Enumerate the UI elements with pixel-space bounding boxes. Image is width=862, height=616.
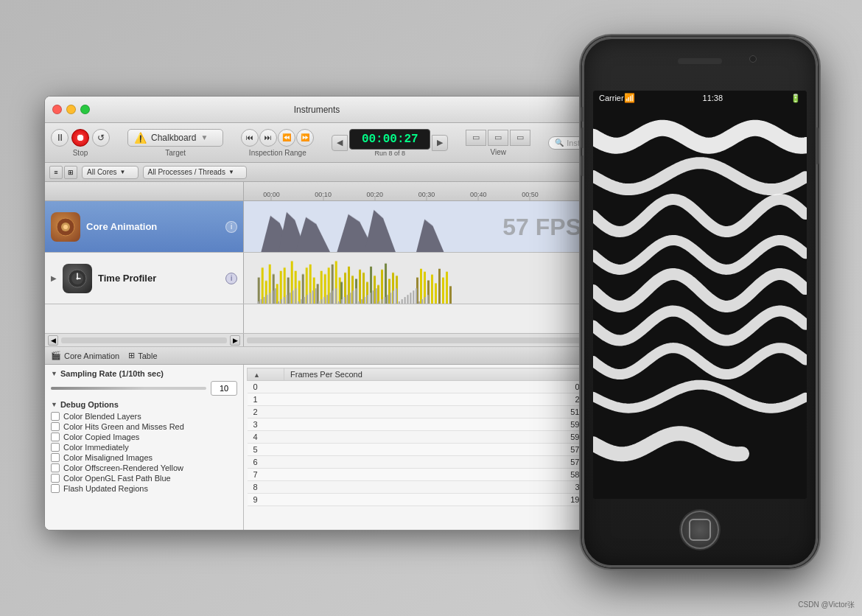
timeline-scale: 00:00 00:10 00:20 00:30 00:40 00:50 [244, 182, 589, 200]
col-index-header[interactable]: ▲ [248, 368, 284, 381]
nav-next-button[interactable]: ⏩ [296, 129, 314, 147]
bottom-tab-table[interactable]: ⊞ Table [128, 351, 157, 360]
debug-label-7: Flash Updated Regions [63, 484, 148, 493]
row-index: 3 [248, 419, 284, 431]
debug-label-5: Color Offscreen-Rendered Yellow [63, 463, 183, 472]
traffic-lights [52, 105, 90, 114]
bottom-right-panel: ▲ Frames Per Second 00122513594595576577… [244, 365, 589, 530]
drawing-canvas [593, 105, 807, 499]
debug-label-0: Color Blended Layers [63, 412, 141, 421]
minimize-button[interactable] [66, 105, 76, 114]
core-animation-info-btn[interactable]: i [225, 221, 237, 233]
threads-select[interactable]: All Processes / Threads ▼ [143, 166, 247, 179]
record-button[interactable]: ⏺ [71, 129, 89, 147]
rate-input[interactable] [211, 381, 237, 396]
table-row: 657 [248, 456, 586, 469]
time-profiler-track [244, 253, 589, 304]
cores-select[interactable]: All Cores ▼ [82, 166, 139, 179]
nav-back-button[interactable]: ⏮ [241, 129, 259, 147]
table-row: 758 [248, 469, 586, 481]
iphone-vol-up[interactable] [581, 127, 584, 148]
debug-label-4: Color Misaligned Images [63, 453, 153, 462]
left-scrollbar: ◀ ▶ [45, 334, 244, 346]
pause-button[interactable]: ⏸ [51, 129, 69, 147]
core-anim-tab-icon: 🎬 [51, 351, 61, 360]
checkbox-6[interactable] [51, 474, 60, 483]
checkbox-1[interactable] [51, 422, 60, 431]
checkbox-5[interactable] [51, 463, 60, 472]
iphone-speaker [678, 58, 722, 64]
row-fps: 51 [284, 406, 586, 419]
table-tab-icon: ⊞ [128, 351, 135, 360]
row-fps: 59 [284, 431, 586, 444]
iphone-battery-icon: 🔋 [791, 94, 801, 103]
timer-next[interactable]: ▶ [432, 135, 448, 151]
iphone-home-inner [689, 519, 711, 541]
time-profiler-name: Time Profiler [98, 273, 156, 284]
checkbox-3[interactable] [51, 443, 60, 452]
tick-00:10 [323, 196, 323, 200]
tick-00:00 [271, 196, 272, 200]
debug-option-7: Flash Updated Regions [51, 484, 237, 493]
tick-00:20 [374, 196, 375, 200]
table-tab-label: Table [138, 351, 157, 360]
time-profiler-expand[interactable]: ▶ [51, 274, 57, 282]
close-button[interactable] [52, 105, 62, 114]
checkbox-7[interactable] [51, 484, 60, 493]
refresh-button[interactable]: ↺ [92, 129, 110, 147]
maximize-button[interactable] [80, 105, 90, 114]
rate-slider[interactable] [51, 387, 206, 390]
row-index: 8 [248, 481, 284, 494]
row-index: 9 [248, 494, 284, 506]
debug-option-5: Color Offscreen-Rendered Yellow [51, 463, 237, 472]
fps-table: ▲ Frames Per Second 00122513594595576577… [247, 368, 586, 506]
table-row: 00 [248, 381, 586, 393]
time-profiler-row[interactable]: ▶ Time Profiler i [45, 253, 244, 304]
core-animation-icon [51, 212, 80, 242]
bottom-tab-core-animation[interactable]: 🎬 Core Animation [51, 351, 119, 360]
debug-label-2: Color Copied Images [63, 433, 139, 441]
target-select[interactable]: ⚠️ Chalkboard ▼ [127, 129, 223, 147]
time-profiler-info-btn[interactable]: i [225, 273, 237, 284]
watermark: CSDN @Victor张 [798, 600, 855, 610]
sampling-section-header: ▼ Sampling Rate (1/10th sec) [51, 369, 237, 378]
iphone-power-button[interactable] [816, 127, 819, 164]
main-toolbar: ⏸ ⏺ ↺ Stop ⚠️ Chalkboard ▼ Target ⏮ ⏭ ⏪ … [45, 123, 589, 163]
iphone-canvas [593, 105, 807, 499]
core-animation-row[interactable]: Core Animation i [45, 201, 244, 252]
nav-forward-button[interactable]: ⏭ [259, 129, 277, 147]
table-row: 83 [248, 481, 586, 494]
view-btn-2[interactable]: ▭ [488, 130, 508, 146]
scroll-left-btn[interactable]: ◀ [48, 335, 58, 346]
checkbox-4[interactable] [51, 453, 60, 462]
debug-option-6: Color OpenGL Fast Path Blue [51, 474, 237, 483]
iphone-mute-switch[interactable] [581, 107, 584, 122]
secondary-toolbar: ≡ ⊞ All Cores ▼ All Processes / Threads … [45, 163, 589, 182]
wifi-icon: 📶 [624, 93, 635, 103]
view-btn-3[interactable]: ▭ [510, 130, 530, 146]
search-icon: 🔍 [555, 139, 564, 147]
row-index: 4 [248, 431, 284, 444]
iphone-body: Carrier 📶 11:38 🔋 [582, 37, 818, 567]
scroll-right-btn[interactable]: ▶ [230, 335, 240, 346]
debug-option-0: Color Blended Layers [51, 412, 237, 421]
checkbox-0[interactable] [51, 412, 60, 421]
grid-view-btn[interactable]: ⊞ [64, 166, 77, 179]
carrier-label: Carrier [599, 94, 624, 102]
col-fps-header[interactable]: Frames Per Second [284, 368, 586, 381]
nav-prev-button[interactable]: ⏪ [278, 129, 295, 147]
checkbox-2[interactable] [51, 433, 60, 441]
inspection-label: Inspection Range [249, 149, 306, 157]
iphone-vol-down[interactable] [581, 155, 584, 176]
stop-label: Stop [73, 149, 88, 157]
iphone-home-button[interactable] [681, 511, 719, 549]
timeline-scroll-track[interactable] [247, 337, 586, 343]
view-btn-1[interactable]: ▭ [466, 130, 486, 146]
view-label: View [491, 148, 507, 156]
sampling-section-label: Sampling Rate (1/10th sec) [60, 369, 164, 378]
scroll-track[interactable] [61, 337, 227, 343]
list-view-btn[interactable]: ≡ [49, 166, 63, 179]
timer-prev[interactable]: ◀ [332, 135, 348, 151]
table-row: 12 [248, 393, 586, 406]
table-row: 359 [248, 419, 586, 431]
